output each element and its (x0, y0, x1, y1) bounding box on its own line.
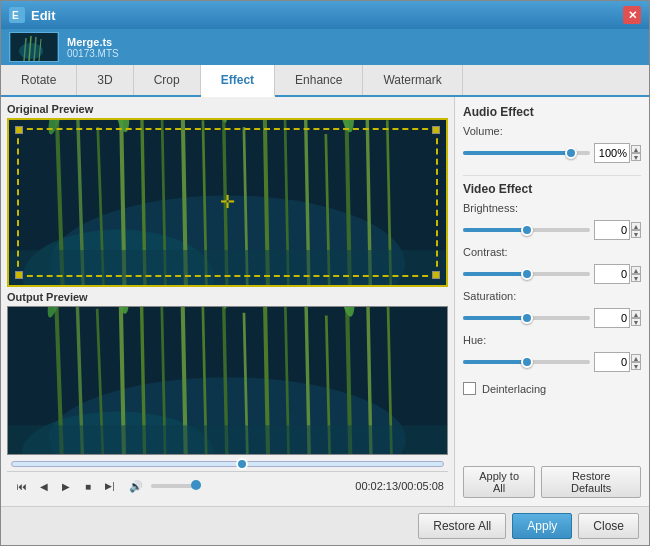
close-icon[interactable]: ✕ (623, 6, 641, 24)
stop-button[interactable]: ■ (78, 476, 98, 496)
restore-defaults-button[interactable]: Restore Defaults (541, 466, 641, 498)
hue-label-row: Hue: (463, 334, 641, 346)
step-back-button[interactable]: ◀ (34, 476, 54, 496)
volume-label: Volume: (463, 125, 533, 137)
deinterlacing-checkbox[interactable] (463, 382, 476, 395)
hue-slider-thumb[interactable] (521, 356, 533, 368)
saturation-down-arrow[interactable]: ▼ (631, 318, 641, 326)
original-preview-label: Original Preview (7, 103, 448, 115)
brightness-label: Brightness: (463, 202, 533, 214)
brightness-up-arrow[interactable]: ▲ (631, 222, 641, 230)
time-total: 00:05:08 (401, 480, 444, 492)
volume-down-arrow[interactable]: ▼ (631, 153, 641, 161)
output-preview-box (7, 306, 448, 456)
saturation-up-arrow[interactable]: ▲ (631, 310, 641, 318)
volume-spinner[interactable]: ▲ ▼ (631, 145, 641, 161)
tab-enhance[interactable]: Enhance (275, 65, 363, 95)
svg-rect-61 (8, 425, 447, 454)
crop-handle-bl[interactable] (15, 271, 23, 279)
bottom-bar: Restore All Apply Close (1, 506, 649, 545)
hue-track (463, 360, 590, 364)
brightness-track (463, 228, 590, 232)
hue-spinner[interactable]: ▲ ▼ (631, 354, 641, 370)
deinterlacing-row: Deinterlacing (463, 382, 641, 395)
hue-down-arrow[interactable]: ▼ (631, 362, 641, 370)
hue-up-arrow[interactable]: ▲ (631, 354, 641, 362)
tab-watermark[interactable]: Watermark (363, 65, 462, 95)
hue-label: Hue: (463, 334, 533, 346)
brightness-spinner[interactable]: ▲ ▼ (631, 222, 641, 238)
contrast-track (463, 272, 590, 276)
volume-thumb[interactable] (191, 480, 201, 490)
app-icon: E (9, 7, 25, 23)
saturation-slider-thumb[interactable] (521, 312, 533, 324)
file-thumbnail (9, 32, 59, 62)
volume-row: Volume: (463, 125, 641, 137)
saturation-slider-container[interactable] (463, 311, 590, 325)
saturation-value: 0 (594, 308, 630, 328)
tab-bar: Rotate 3D Crop Effect Enhance Watermark (1, 65, 649, 97)
crop-handle-br[interactable] (432, 271, 440, 279)
play-button[interactable]: ▶ (56, 476, 76, 496)
apply-all-row: Apply to All Restore Defaults (463, 458, 641, 498)
crop-center-icon: ✛ (220, 191, 235, 213)
contrast-slider-row: 0 ▲ ▼ (463, 264, 641, 284)
brightness-slider-thumb[interactable] (521, 224, 533, 236)
deinterlacing-label: Deinterlacing (482, 383, 546, 395)
contrast-down-arrow[interactable]: ▼ (631, 274, 641, 282)
divider-1 (463, 175, 641, 176)
tab-crop[interactable]: Crop (134, 65, 201, 95)
contrast-label-row: Contrast: (463, 246, 641, 258)
time-current: 00:02:13 (355, 480, 398, 492)
hue-value: 0 (594, 352, 630, 372)
tab-rotate[interactable]: Rotate (1, 65, 77, 95)
volume-slider[interactable] (151, 484, 201, 488)
saturation-track (463, 316, 590, 320)
timeline-thumb[interactable] (236, 458, 248, 470)
volume-icon[interactable]: 🔊 (126, 476, 146, 496)
brightness-slider-container[interactable] (463, 223, 590, 237)
brightness-value: 0 (594, 220, 630, 240)
brightness-down-arrow[interactable]: ▼ (631, 230, 641, 238)
contrast-spinner[interactable]: ▲ ▼ (631, 266, 641, 282)
close-button[interactable]: Close (578, 513, 639, 539)
timeline-area (7, 455, 448, 471)
tab-3d[interactable]: 3D (77, 65, 133, 95)
apply-button[interactable]: Apply (512, 513, 572, 539)
contrast-slider-container[interactable] (463, 267, 590, 281)
volume-value: 100% (594, 143, 630, 163)
crop-handle-tl[interactable] (15, 126, 23, 134)
apply-to-all-button[interactable]: Apply to All (463, 466, 535, 498)
original-preview-box: ✛ (7, 118, 448, 287)
volume-up-arrow[interactable]: ▲ (631, 145, 641, 153)
contrast-label: Contrast: (463, 246, 533, 258)
volume-slider-container[interactable] (463, 146, 590, 160)
saturation-label: Saturation: (463, 290, 533, 302)
step-forward-button[interactable]: ▶| (100, 476, 120, 496)
skip-to-start-button[interactable]: ⏮ (12, 476, 32, 496)
saturation-label-row: Saturation: (463, 290, 641, 302)
contrast-up-arrow[interactable]: ▲ (631, 266, 641, 274)
audio-effect-title: Audio Effect (463, 105, 641, 119)
hue-slider-container[interactable] (463, 355, 590, 369)
brightness-label-row: Brightness: (463, 202, 641, 214)
file-bar: Merge.ts 00173.MTS (1, 29, 649, 65)
volume-slider-thumb[interactable] (565, 147, 577, 159)
crop-handle-tr[interactable] (432, 126, 440, 134)
volume-slider-row: 100% ▲ ▼ (463, 143, 641, 163)
content-area: Original Preview (1, 97, 649, 506)
tab-effect[interactable]: Effect (201, 65, 275, 97)
original-video: ✛ (9, 120, 446, 285)
window-title: Edit (31, 8, 623, 23)
saturation-spinner[interactable]: ▲ ▼ (631, 310, 641, 326)
title-bar: E Edit ✕ (1, 1, 649, 29)
contrast-value: 0 (594, 264, 630, 284)
contrast-slider-thumb[interactable] (521, 268, 533, 280)
file-name: Merge.ts (67, 36, 119, 48)
brightness-fill (463, 228, 527, 232)
hue-slider-row: 0 ▲ ▼ (463, 352, 641, 372)
timeline-bar[interactable] (11, 461, 444, 467)
file-info: Merge.ts 00173.MTS (67, 36, 119, 59)
restore-all-button[interactable]: Restore All (418, 513, 506, 539)
saturation-fill (463, 316, 527, 320)
